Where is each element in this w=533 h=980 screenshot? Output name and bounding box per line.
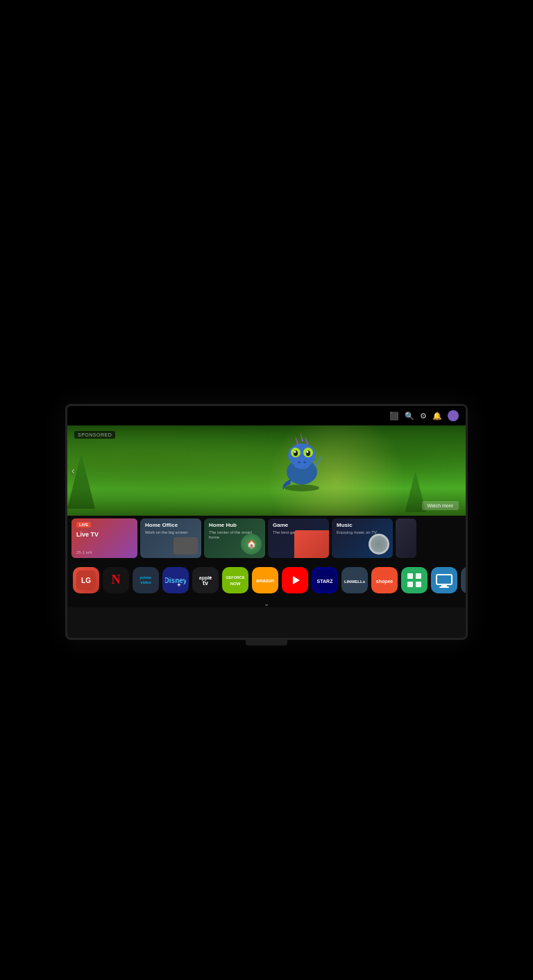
svg-text:GEFORCE: GEFORCE (226, 575, 245, 580)
app-disney-plus[interactable]: Disney + (162, 567, 189, 593)
search-icon[interactable]: 🔍 (405, 412, 414, 421)
svg-point-7 (294, 451, 296, 453)
svg-text:LG: LG (81, 577, 91, 584)
card-game[interactable]: Game The best game experience (268, 518, 329, 558)
prime-video-label: primevideo (140, 575, 151, 584)
svg-rect-44 (441, 584, 447, 586)
game-visual (294, 530, 329, 558)
svg-marker-10 (301, 432, 303, 441)
app-starzplay[interactable]: STARZ (312, 567, 338, 593)
dragon-creature (278, 429, 326, 491)
app-more[interactable]: › (461, 567, 466, 593)
home-office-visual (174, 537, 198, 555)
card-sub-home-office: Work on the big screen (145, 530, 188, 535)
app-prime-video[interactable]: primevideo (133, 567, 159, 593)
avatar[interactable] (448, 410, 459, 421)
svg-marker-11 (305, 436, 309, 444)
down-arrow-icon: ⌄ (264, 600, 269, 607)
card-title-live: Live TV (76, 531, 99, 538)
sponsored-badge: SPONSORED (74, 431, 115, 439)
card-title-game: Game (273, 522, 288, 528)
screen-icon[interactable]: ⬛ (389, 412, 399, 421)
app-lg-channels[interactable]: LG (73, 567, 99, 593)
card-music[interactable]: Music Enjoying music on TV (332, 518, 393, 558)
svg-point-13 (303, 462, 306, 464)
tv-frame: ⬛ 🔍 ⚙ 🔔 (65, 404, 468, 640)
bottom-arrow[interactable]: ⌄ (67, 599, 466, 607)
app-screen-share[interactable] (431, 567, 457, 593)
card-sub-music: Enjoying music on TV (337, 530, 377, 535)
card-title-home-office: Home Office (145, 522, 178, 528)
home-hub-visual: 🏠 (241, 534, 262, 555)
card-live-tv[interactable]: LIVE Live TV 25-1 tvN (71, 518, 137, 558)
apps-row: LG N primevideo Disney + (67, 561, 466, 599)
svg-rect-41 (416, 582, 421, 587)
svg-text:tv: tv (203, 580, 208, 586)
svg-text:STARZ: STARZ (317, 579, 334, 584)
hero-banner: SPONSORED ‹ Watch more (67, 425, 466, 516)
tv-wrapper: ⬛ 🔍 ⚙ 🔔 (65, 404, 468, 645)
svg-rect-37 (404, 570, 425, 591)
tv-stand (246, 640, 287, 645)
app-geforce-now[interactable]: GEFORCE NOW (222, 567, 248, 593)
svg-text:+: + (209, 575, 212, 580)
watch-more-button[interactable]: Watch more (422, 501, 459, 510)
svg-marker-9 (295, 436, 299, 444)
settings-icon[interactable]: ⚙ (420, 412, 427, 421)
svg-text:+: + (177, 582, 180, 589)
svg-rect-46 (464, 570, 466, 591)
top-bar: ⬛ 🔍 ⚙ 🔔 (67, 406, 466, 425)
notification-icon[interactable]: 🔔 (432, 412, 442, 421)
app-apple-tv[interactable]: apple tv + (192, 567, 219, 593)
card-title-music: Music (337, 522, 353, 528)
app-apps[interactable] (401, 567, 428, 593)
app-youtube[interactable] (282, 567, 308, 593)
svg-text:Disney: Disney (165, 577, 186, 584)
svg-text:LINWELLs: LINWELLs (344, 580, 365, 584)
card-home-hub[interactable]: Home Hub The center of the smart home 🏠 (204, 518, 265, 558)
live-badge: LIVE (76, 522, 91, 527)
app-shopee[interactable]: shopee (371, 567, 398, 593)
svg-text:shopee: shopee (376, 579, 394, 584)
svg-point-8 (307, 451, 309, 453)
app-linwells[interactable]: LINWELLs (341, 567, 368, 593)
svg-point-12 (298, 462, 301, 464)
svg-text:NOW: NOW (230, 582, 241, 586)
svg-point-14 (285, 484, 319, 491)
svg-rect-39 (416, 573, 421, 579)
svg-rect-24 (225, 570, 246, 591)
svg-rect-45 (439, 586, 449, 588)
cards-row: LIVE Live TV 25-1 tvN Home Office Work o… (67, 516, 466, 561)
card-title-home-hub: Home Hub (209, 522, 237, 528)
svg-rect-40 (407, 582, 413, 587)
music-visual (369, 534, 389, 555)
svg-rect-38 (407, 573, 413, 579)
app-netflix[interactable]: N (103, 567, 129, 593)
card-channel: 25-1 tvN (76, 550, 92, 555)
card-home-office[interactable]: Home Office Work on the big screen (140, 518, 201, 558)
svg-text:amazon: amazon (256, 578, 274, 583)
prev-button[interactable]: ‹ (71, 465, 75, 476)
app-amazon[interactable]: amazon (252, 567, 278, 593)
svg-point-2 (294, 458, 310, 469)
card-partial[interactable] (396, 518, 416, 558)
netflix-logo: N (112, 573, 121, 587)
